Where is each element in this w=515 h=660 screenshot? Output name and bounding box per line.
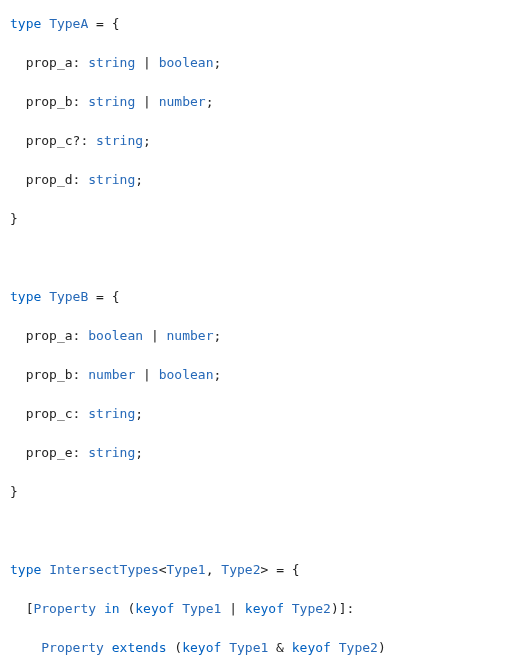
code-line: type IntersectTypes<Type1, Type2> = { <box>10 560 505 580</box>
blank-line <box>10 248 505 268</box>
code-line: } <box>10 482 505 502</box>
code-line: prop_e: string; <box>10 443 505 463</box>
code-line: prop_a: string | boolean; <box>10 53 505 73</box>
code-line: prop_b: string | number; <box>10 92 505 112</box>
code-line: prop_d: string; <box>10 170 505 190</box>
code-line: } <box>10 209 505 229</box>
code-line: type TypeB = { <box>10 287 505 307</box>
code-line: prop_a: boolean | number; <box>10 326 505 346</box>
code-line: type TypeA = { <box>10 14 505 34</box>
code-line: [Property in (keyof Type1 | keyof Type2)… <box>10 599 505 619</box>
code-block: type TypeA = { prop_a: string | boolean;… <box>10 14 505 660</box>
code-line: prop_c: string; <box>10 404 505 424</box>
code-line: prop_c?: string; <box>10 131 505 151</box>
code-line: prop_b: number | boolean; <box>10 365 505 385</box>
code-line: Property extends (keyof Type1 & keyof Ty… <box>10 638 505 658</box>
blank-line <box>10 521 505 541</box>
